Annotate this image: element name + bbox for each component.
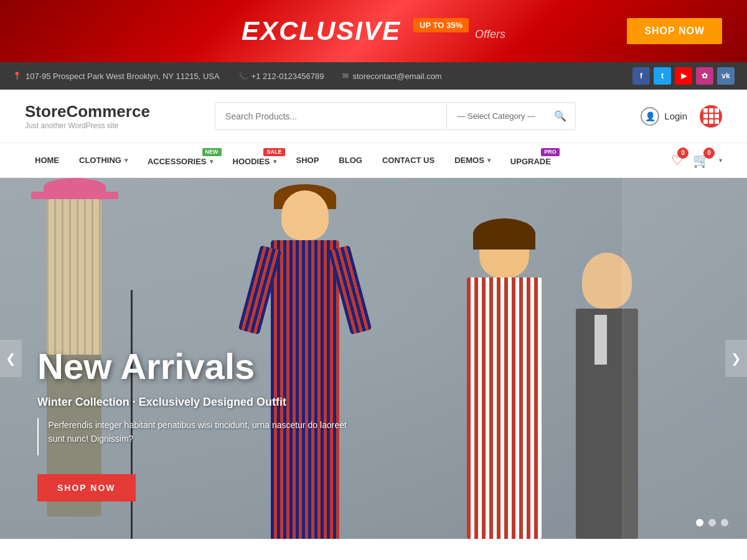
phone-icon: 📞 xyxy=(238,72,248,80)
category-select[interactable]: — Select Category — xyxy=(447,104,545,128)
slider-prev-button[interactable]: ❮ xyxy=(0,340,22,377)
demos-dropdown-arrow: ▾ xyxy=(487,157,491,164)
slider-dot-3[interactable] xyxy=(721,519,728,526)
slider-dots xyxy=(696,519,728,526)
logo-area: StoreCommerce Just another WordPress sit… xyxy=(25,102,150,130)
accessories-badge: NEW xyxy=(202,148,222,156)
hero-overlay: New Arrivals Winter Collection · Exclusi… xyxy=(37,347,361,502)
youtube-button[interactable]: ▶ xyxy=(675,67,692,85)
twitter-button[interactable]: t xyxy=(654,67,671,85)
tie xyxy=(594,315,607,365)
logo-title: StoreCommerce xyxy=(25,102,150,121)
slider-dot-2[interactable] xyxy=(708,519,716,526)
nav-item-demos[interactable]: DEMOS ▾ xyxy=(444,144,500,176)
header-right: 👤 Login xyxy=(641,105,722,128)
clothing-dropdown-arrow: ▾ xyxy=(125,157,128,164)
banner-content: EXCLUSIVE UP TO 35% Offers xyxy=(242,16,505,46)
email-info: ✉ storecontact@email.com xyxy=(342,72,441,81)
coat-pattern xyxy=(47,199,101,355)
hero-separator xyxy=(37,418,39,455)
figure-right xyxy=(442,215,566,539)
address-info: 📍 107-95 Prospect Park West Brooklyn, NY… xyxy=(12,72,220,81)
banner-shop-now-button[interactable]: SHOP NOW xyxy=(627,18,722,44)
hero-description: Perferendis integer habitant penatibus w… xyxy=(48,418,361,446)
address-text: 107-95 Prospect Park West Brooklyn, NY 1… xyxy=(26,72,220,81)
upgrade-badge: PRO xyxy=(541,148,560,156)
nav-item-blog[interactable]: BLOG xyxy=(329,144,372,176)
nav-item-clothing[interactable]: CLOTHING ▾ xyxy=(69,144,138,176)
vk-button[interactable]: vk xyxy=(717,67,735,85)
hero-title: New Arrivals xyxy=(37,347,361,386)
cart-button[interactable]: 🛒 0 xyxy=(693,152,710,169)
phone-text: +1 212-0123456789 xyxy=(251,72,324,81)
hero-shop-button[interactable]: SHOP NOW xyxy=(37,474,136,502)
info-bar: 📍 107-95 Prospect Park West Brooklyn, NY… xyxy=(0,62,747,90)
search-button[interactable]: 🔍 xyxy=(545,103,575,129)
dress-right xyxy=(467,278,542,539)
search-input[interactable] xyxy=(215,104,446,129)
facebook-button[interactable]: f xyxy=(632,67,650,85)
user-icon: 👤 xyxy=(641,107,659,126)
apps-button[interactable] xyxy=(700,105,722,128)
search-area: — Select Category — 🔍 xyxy=(215,102,576,130)
info-left: 📍 107-95 Prospect Park West Brooklyn, NY… xyxy=(12,72,442,81)
banner-exclusive-text: EXCLUSIVE xyxy=(242,16,401,46)
nav-right: ♡ 0 🛒 0 ▾ xyxy=(671,152,722,169)
instagram-button[interactable]: ✿ xyxy=(696,67,713,85)
apps-grid-icon xyxy=(703,108,719,124)
nav-bar: HOME CLOTHING ▾ NEW ACCESSORIES ▾ SALE H… xyxy=(0,143,747,178)
nav-item-shop[interactable]: SHOP xyxy=(286,144,329,176)
banner-badge: UP TO 35% xyxy=(413,18,469,32)
wishlist-button[interactable]: ♡ 0 xyxy=(671,152,684,169)
slider-next-button[interactable]: ❯ xyxy=(725,340,747,377)
hoodies-badge: SALE xyxy=(263,148,284,156)
header: StoreCommerce Just another WordPress sit… xyxy=(0,90,747,143)
cart-dropdown-arrow: ▾ xyxy=(719,157,722,164)
hoodies-dropdown-arrow: ▾ xyxy=(273,158,276,165)
top-banner: EXCLUSIVE UP TO 35% Offers SHOP NOW xyxy=(0,0,747,62)
nav-left: HOME CLOTHING ▾ NEW ACCESSORIES ▾ SALE H… xyxy=(25,143,561,177)
logo-subtitle: Just another WordPress site xyxy=(25,121,150,130)
nav-item-contact[interactable]: CONTACT US xyxy=(372,144,444,176)
hair-right xyxy=(473,218,535,250)
nav-item-accessories[interactable]: NEW ACCESSORIES ▾ xyxy=(138,143,223,177)
login-button[interactable]: 👤 Login xyxy=(641,107,687,126)
accessories-dropdown-arrow: ▾ xyxy=(210,158,213,165)
wishlist-count: 0 xyxy=(677,147,688,159)
nav-item-home[interactable]: HOME xyxy=(25,144,69,176)
head xyxy=(281,190,329,240)
social-icons: f t ▶ ✿ vk xyxy=(632,67,735,85)
hat-brim xyxy=(31,192,118,199)
nav-item-upgrade[interactable]: PRO UPGRADE xyxy=(500,143,561,177)
banner-offers-text: Offers xyxy=(475,28,505,41)
hero-subtitle: Winter Collection · Exclusively Designed… xyxy=(37,396,361,409)
email-text: storecontact@email.com xyxy=(352,72,441,81)
email-icon: ✉ xyxy=(342,72,349,80)
location-icon: 📍 xyxy=(12,72,22,80)
hero-desc-wrap: Perferendis integer habitant penatibus w… xyxy=(37,418,361,455)
hero-slider: New Arrivals Winter Collection · Exclusi… xyxy=(0,178,747,539)
login-label: Login xyxy=(664,111,687,121)
nav-item-hoodies[interactable]: SALE HOODIES ▾ xyxy=(223,143,286,177)
phone-info: 📞 +1 212-0123456789 xyxy=(238,72,324,81)
slider-dot-1[interactable] xyxy=(696,519,703,526)
cart-count: 0 xyxy=(703,147,715,159)
